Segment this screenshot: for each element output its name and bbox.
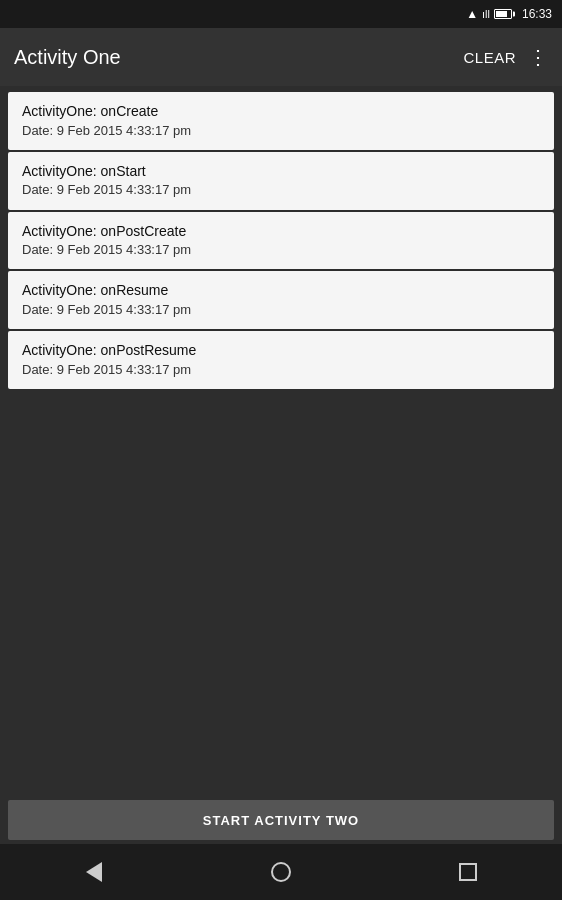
- more-button[interactable]: ⋮: [528, 47, 548, 67]
- nav-bar: [0, 844, 562, 900]
- log-list: ActivityOne: onCreateDate: 9 Feb 2015 4:…: [0, 86, 562, 796]
- signal-icon: [482, 8, 490, 20]
- recent-button[interactable]: [438, 852, 498, 892]
- start-activity-two-button[interactable]: START ACTIVITY TWO: [8, 800, 554, 840]
- log-date: Date: 9 Feb 2015 4:33:17 pm: [22, 122, 540, 140]
- back-button[interactable]: [64, 852, 124, 892]
- status-bar: 16:33: [0, 0, 562, 28]
- list-item: ActivityOne: onStartDate: 9 Feb 2015 4:3…: [8, 152, 554, 210]
- log-date: Date: 9 Feb 2015 4:33:17 pm: [22, 361, 540, 379]
- log-event: ActivityOne: onPostResume: [22, 341, 540, 361]
- status-time: 16:33: [522, 7, 552, 21]
- log-event: ActivityOne: onCreate: [22, 102, 540, 122]
- page-title: Activity One: [14, 46, 121, 69]
- log-event: ActivityOne: onResume: [22, 281, 540, 301]
- toolbar-actions: CLEAR ⋮: [463, 47, 548, 67]
- list-item: ActivityOne: onResumeDate: 9 Feb 2015 4:…: [8, 271, 554, 329]
- toolbar: Activity One CLEAR ⋮: [0, 28, 562, 86]
- log-date: Date: 9 Feb 2015 4:33:17 pm: [22, 241, 540, 259]
- log-event: ActivityOne: onStart: [22, 162, 540, 182]
- status-icons: 16:33: [466, 7, 552, 21]
- list-item: ActivityOne: onPostResumeDate: 9 Feb 201…: [8, 331, 554, 389]
- log-event: ActivityOne: onPostCreate: [22, 222, 540, 242]
- log-date: Date: 9 Feb 2015 4:33:17 pm: [22, 301, 540, 319]
- home-icon: [271, 862, 291, 882]
- log-date: Date: 9 Feb 2015 4:33:17 pm: [22, 181, 540, 199]
- wifi-icon: [466, 7, 478, 21]
- list-item: ActivityOne: onPostCreateDate: 9 Feb 201…: [8, 212, 554, 270]
- back-icon: [86, 862, 102, 882]
- clear-button[interactable]: CLEAR: [463, 49, 516, 66]
- list-item: ActivityOne: onCreateDate: 9 Feb 2015 4:…: [8, 92, 554, 150]
- battery-icon: [494, 9, 512, 19]
- bottom-button-container: START ACTIVITY TWO: [0, 796, 562, 844]
- home-button[interactable]: [251, 852, 311, 892]
- recent-icon: [459, 863, 477, 881]
